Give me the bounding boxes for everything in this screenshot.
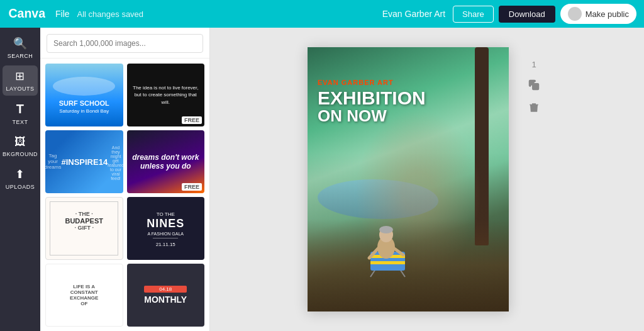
svg-rect-5	[370, 261, 405, 264]
right-panel: 1	[521, 47, 547, 115]
card-subtitle: · GIFT ·	[55, 225, 113, 231]
free-badge: FREE	[182, 116, 202, 124]
person-element	[364, 223, 414, 280]
divider	[153, 238, 178, 238]
avatar	[568, 7, 582, 21]
text-icon: T	[16, 102, 25, 116]
card-body: And they might get featured to our viral…	[108, 145, 123, 181]
card-title: dreams don't work unless you do	[127, 153, 205, 171]
copy-tool[interactable]	[528, 79, 540, 92]
template-card[interactable]: dreams don't work unless you do FREE	[127, 130, 205, 193]
search-bar	[40, 28, 209, 59]
share-button[interactable]: Share	[453, 6, 494, 23]
card-subtitle: Saturday in Bondi Bay	[59, 108, 109, 114]
template-card[interactable]: TO THE NINES A FASHION GALA 21.11.15	[127, 197, 205, 260]
workspace-name: Evan Garber Art	[382, 9, 445, 19]
download-button[interactable]: Download	[499, 6, 555, 23]
layouts-icon: ⊞	[15, 69, 25, 83]
card-name: BUDAPEST	[55, 217, 113, 225]
sidebar-item-layouts[interactable]: ⊞ LAYOUTS	[3, 65, 38, 96]
make-public-button[interactable]: Make public	[560, 4, 636, 24]
free-badge: FREE	[182, 183, 202, 191]
card-title: LIFE IS ACONSTANTEXCHANGEOF	[70, 284, 98, 306]
card-border-frame: · THE · BUDAPEST · GIFT ·	[50, 201, 118, 255]
card-tag: 04.18	[144, 286, 187, 293]
card-eyebrow: TO THE	[157, 211, 175, 217]
poster-subtitle: EVAN GARBER ART	[318, 79, 499, 86]
template-card[interactable]: 04.18 MONTHLY	[127, 264, 205, 327]
sidebar-item-uploads[interactable]: ⬆ UPLOADS	[3, 164, 38, 194]
card-title: NINES	[147, 217, 184, 230]
canvas-area[interactable]: EVAN GARBER ART EXHIBITION ON NOW	[210, 28, 644, 331]
card-content: LIFE IS ACONSTANTEXCHANGEOF	[66, 280, 102, 310]
canvas-wrapper: EVAN GARBER ART EXHIBITION ON NOW	[308, 47, 547, 311]
card-quote: The idea is not to live forever, but to …	[131, 84, 201, 106]
card-title: · THE ·	[55, 211, 113, 217]
card-content: 04.18 MONTHLY	[144, 286, 187, 305]
icon-sidebar: 🔍 SEARCH ⊞ LAYOUTS T TEXT 🖼 BKGROUND ⬆ U…	[0, 28, 40, 331]
search-input[interactable]	[47, 34, 203, 53]
topbar: Canva File All changes saved Evan Garber…	[0, 0, 644, 28]
svg-text:Canva: Canva	[9, 6, 46, 20]
card-title: MONTHLY	[144, 295, 187, 305]
template-card[interactable]: Tag your dreams #INSPIRE14 And they migh…	[45, 130, 123, 193]
templates-panel: SURF SCHOOL Saturday in Bondi Bay The id…	[40, 28, 210, 331]
svg-rect-12	[533, 84, 539, 90]
poster-text-block: EVAN GARBER ART EXHIBITION ON NOW	[318, 79, 499, 124]
template-card[interactable]: The idea is not to live forever, but to …	[127, 64, 205, 126]
card-title: SURF SCHOOL	[59, 99, 109, 107]
sidebar-item-text[interactable]: T TEXT	[3, 98, 38, 129]
background-icon: 🖼	[14, 135, 26, 149]
poster-title: EXHIBITION	[318, 89, 499, 108]
save-status: All changes saved	[77, 9, 144, 19]
template-card[interactable]: LIFE IS ACONSTANTEXCHANGEOF	[45, 264, 123, 327]
canva-logo[interactable]: Canva	[8, 5, 45, 23]
sidebar-item-background[interactable]: 🖼 BKGROUND	[3, 132, 38, 161]
card-title: #INSPIRE14	[61, 157, 108, 167]
svg-point-8	[379, 226, 393, 233]
templates-grid: SURF SCHOOL Saturday in Bondi Bay The id…	[40, 59, 209, 331]
template-card[interactable]: SURF SCHOOL Saturday in Bondi Bay	[45, 64, 123, 126]
sidebar-item-search[interactable]: 🔍 SEARCH	[3, 33, 38, 63]
main-layout: 🔍 SEARCH ⊞ LAYOUTS T TEXT 🖼 BKGROUND ⬆ U…	[0, 28, 644, 331]
card-subtitle: A FASHION GALA	[147, 232, 184, 236]
search-icon: 🔍	[13, 36, 28, 50]
card-subtitle: Tag your dreams	[45, 153, 61, 170]
poster-title-line2: ON NOW	[318, 108, 499, 124]
template-card[interactable]: · THE · BUDAPEST · GIFT ·	[45, 197, 123, 260]
uploads-icon: ⬆	[15, 167, 25, 181]
file-menu[interactable]: File	[55, 9, 70, 19]
wave-decoration	[53, 77, 115, 96]
delete-tool[interactable]	[528, 102, 540, 115]
page-number: 1	[531, 60, 536, 69]
design-canvas[interactable]: EVAN GARBER ART EXHIBITION ON NOW	[308, 47, 509, 311]
card-date: 21.11.15	[156, 242, 175, 247]
